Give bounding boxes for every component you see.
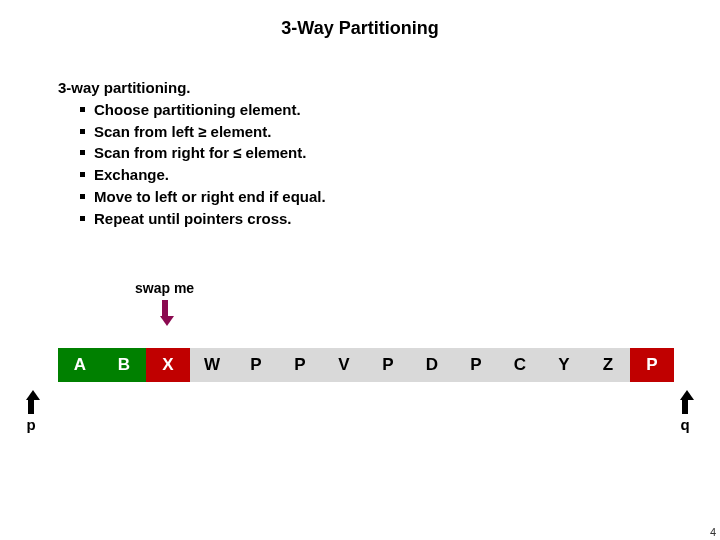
bullet-item: Scan from left ≥ element.: [80, 121, 720, 143]
bullet-item: Exchange.: [80, 164, 720, 186]
bullet-item: Repeat until pointers cross.: [80, 208, 720, 230]
up-arrow-icon: [26, 390, 36, 414]
bullet-item: Move to left or right end if equal.: [80, 186, 720, 208]
array-row: ABXWPPVPDPCYZP: [58, 348, 674, 382]
bullet-item: Choose partitioning element.: [80, 99, 720, 121]
page-title: 3-Way Partitioning: [0, 0, 720, 39]
array-cell: P: [278, 348, 322, 382]
array-cell: P: [630, 348, 674, 382]
swap-label: swap me: [135, 280, 194, 296]
page-number: 4: [710, 526, 716, 538]
content-block: 3-way partitioning. Choose partitioning …: [58, 77, 720, 229]
array-cell: V: [322, 348, 366, 382]
swap-annotation: swap me: [135, 280, 194, 326]
array-cell: A: [58, 348, 102, 382]
array-cell: Y: [542, 348, 586, 382]
up-arrow-icon: [680, 390, 690, 414]
bullet-list: Choose partitioning element. Scan from l…: [80, 99, 720, 230]
array-cell: D: [410, 348, 454, 382]
array-cell: P: [366, 348, 410, 382]
array-cell: Z: [586, 348, 630, 382]
array-cell: X: [146, 348, 190, 382]
pointer-q-label: q: [680, 416, 690, 433]
array-cell: P: [234, 348, 278, 382]
array-cell: W: [190, 348, 234, 382]
array-cell: B: [102, 348, 146, 382]
pointer-q: q: [680, 390, 690, 433]
pointer-p-label: p: [26, 416, 36, 433]
bullet-item: Scan from right for ≤ element.: [80, 142, 720, 164]
array-cell: P: [454, 348, 498, 382]
down-arrow-icon: [160, 300, 170, 326]
section-heading: 3-way partitioning.: [58, 77, 720, 99]
array-cell: C: [498, 348, 542, 382]
pointer-p: p: [26, 390, 36, 433]
